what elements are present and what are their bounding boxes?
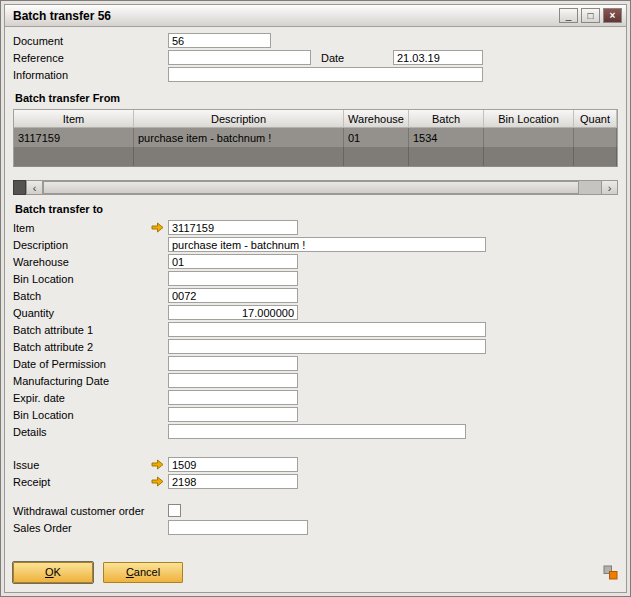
maximize-button[interactable]: □ [581, 8, 600, 23]
batch-transfer-window: Batch transfer 56 _ □ × Document Referen… [0, 0, 631, 597]
column-header-description: Description [134, 110, 344, 127]
scrollbar-track[interactable] [43, 180, 601, 195]
reference-row: Reference Date [13, 50, 618, 65]
description-label: Description [13, 239, 151, 251]
link-arrow-icon[interactable] [151, 221, 168, 234]
quantity-label: Quantity [13, 307, 151, 319]
receipt-input[interactable] [168, 474, 298, 489]
form-settings-icon[interactable] [602, 564, 618, 580]
window-controls: _ □ × [559, 8, 622, 23]
manufacturing-date-input[interactable] [168, 373, 298, 388]
column-header-bin-location: Bin Location [484, 110, 574, 127]
withdrawal-label: Withdrawal customer order [13, 505, 168, 517]
cell-item-empty[interactable] [14, 147, 134, 166]
column-header-warehouse: Warehouse [344, 110, 409, 127]
receipt-label: Receipt [13, 476, 151, 488]
details-input[interactable] [168, 424, 466, 439]
expir-date-label: Expir. date [13, 392, 151, 404]
batch-row: Batch [13, 288, 618, 303]
window-title: Batch transfer 56 [13, 9, 559, 23]
scroll-right-icon[interactable]: › [601, 180, 618, 195]
manufacturing-date-label: Manufacturing Date [13, 375, 151, 387]
warehouse-label: Warehouse [13, 256, 151, 268]
batch-input[interactable] [168, 288, 298, 303]
to-section-title: Batch transfer to [15, 203, 618, 215]
cell-batch-empty[interactable] [409, 147, 484, 166]
grid-header: Item Description Warehouse Batch Bin Loc… [14, 110, 617, 128]
date-of-permission-label: Date of Permission [13, 358, 151, 370]
cell-bin-location[interactable] [484, 128, 574, 147]
bin-location-2-input[interactable] [168, 407, 298, 422]
sales-order-row: Sales Order [13, 520, 618, 535]
grid-row-1[interactable]: 3117159 purchase item - batchnum ! 01 15… [14, 128, 617, 147]
batch-attribute-1-input[interactable] [168, 322, 486, 337]
column-header-quantity: Quant [574, 110, 617, 127]
batch-label: Batch [13, 290, 151, 302]
item-input[interactable] [168, 220, 298, 235]
footer: OK Cancel [13, 560, 618, 584]
cell-description-empty[interactable] [134, 147, 344, 166]
spacer [13, 537, 618, 560]
bin-location-2-row: Bin Location [13, 407, 618, 422]
withdrawal-checkbox[interactable] [168, 504, 181, 517]
horizontal-scrollbar[interactable]: ‹ › [13, 180, 618, 195]
cancel-button[interactable]: Cancel [103, 562, 183, 583]
titlebar[interactable]: Batch transfer 56 _ □ × [5, 5, 626, 27]
date-of-permission-input[interactable] [168, 356, 298, 371]
date-input[interactable] [393, 50, 483, 65]
scroll-left-icon[interactable]: ‹ [26, 180, 43, 195]
document-input[interactable] [168, 33, 271, 48]
item-row: Item [13, 220, 618, 235]
form-content: Document Reference Date Information Batc… [5, 27, 626, 592]
issue-row: Issue [13, 457, 618, 472]
close-button[interactable]: × [603, 8, 622, 23]
bin-location-row: Bin Location [13, 271, 618, 286]
expir-date-input[interactable] [168, 390, 298, 405]
issue-input[interactable] [168, 457, 298, 472]
information-row: Information [13, 67, 618, 82]
cell-bin-location-empty[interactable] [484, 147, 574, 166]
cell-batch[interactable]: 1534 [409, 128, 484, 147]
cell-description[interactable]: purchase item - batchnum ! [134, 128, 344, 147]
warehouse-input[interactable] [168, 254, 298, 269]
batch-attribute-1-row: Batch attribute 1 [13, 322, 618, 337]
information-input[interactable] [168, 67, 483, 82]
cell-quantity-empty[interactable] [574, 147, 617, 166]
batch-from-grid: Item Description Warehouse Batch Bin Loc… [13, 109, 618, 167]
cancel-button-label: Cancel [118, 566, 168, 578]
column-header-batch: Batch [409, 110, 484, 127]
information-label: Information [13, 69, 168, 81]
window-inner: Batch transfer 56 _ □ × Document Referen… [4, 4, 627, 593]
description-row: Description [13, 237, 618, 252]
quantity-input[interactable] [168, 305, 298, 320]
ok-button[interactable]: OK [13, 562, 93, 583]
link-arrow-icon[interactable] [151, 475, 168, 488]
scrollbar-thumb[interactable] [43, 181, 579, 194]
document-row: Document [13, 33, 618, 48]
item-label: Item [13, 222, 151, 234]
reference-input[interactable] [168, 50, 311, 65]
description-input[interactable] [168, 237, 486, 252]
bin-location-2-label: Bin Location [13, 409, 151, 421]
batch-attribute-2-input[interactable] [168, 339, 486, 354]
sales-order-input[interactable] [168, 520, 308, 535]
gap [13, 441, 618, 457]
warehouse-row: Warehouse [13, 254, 618, 269]
minimize-button[interactable]: _ [559, 8, 578, 23]
details-row: Details [13, 424, 618, 439]
bin-location-input[interactable] [168, 271, 298, 286]
expir-date-row: Expir. date [13, 390, 618, 405]
withdrawal-row: Withdrawal customer order [13, 503, 618, 518]
column-header-item: Item [14, 110, 134, 127]
quantity-row: Quantity [13, 305, 618, 320]
document-label: Document [13, 35, 168, 47]
link-arrow-icon[interactable] [151, 458, 168, 471]
cell-warehouse[interactable]: 01 [344, 128, 409, 147]
grid-row-2[interactable] [14, 147, 617, 166]
cell-warehouse-empty[interactable] [344, 147, 409, 166]
details-label: Details [13, 426, 151, 438]
from-section-title: Batch transfer From [15, 92, 618, 104]
batch-attribute-2-label: Batch attribute 2 [13, 341, 151, 353]
cell-item[interactable]: 3117159 [14, 128, 134, 147]
cell-quantity[interactable] [574, 128, 617, 147]
